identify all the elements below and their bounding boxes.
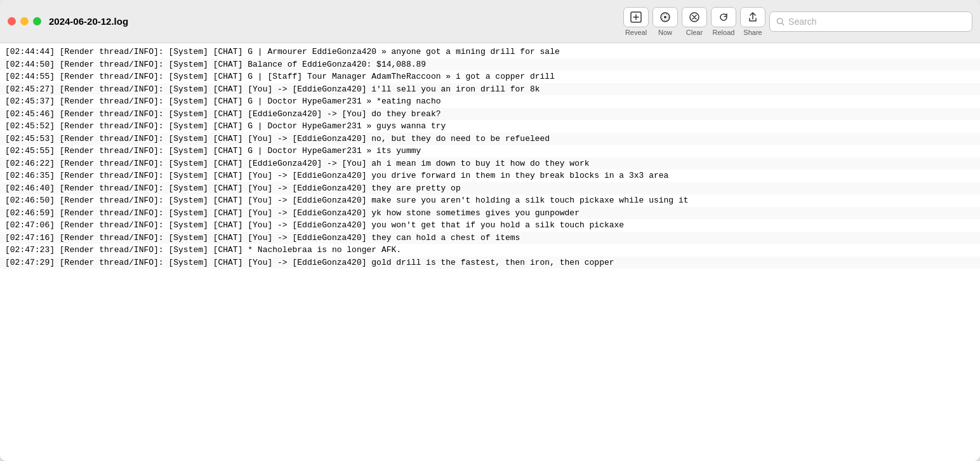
log-line: [02:45:52] [Render thread/INFO]: [System… [0,120,980,133]
share-button[interactable] [740,7,765,27]
minimize-button[interactable] [20,17,29,25]
search-container [769,11,972,32]
log-line: [02:45:53] [Render thread/INFO]: [System… [0,133,980,145]
log-line: [02:44:50] [Render thread/INFO]: [System… [0,58,980,71]
log-content: [02:44:44] [Render thread/INFO]: [System… [0,43,980,461]
clear-label: Clear [686,29,703,36]
svg-point-2 [664,16,666,18]
traffic-lights [8,17,41,25]
log-line: [02:44:55] [Render thread/INFO]: [System… [0,70,980,83]
log-line: [02:45:46] [Render thread/INFO]: [System… [0,108,980,121]
log-line: [02:45:55] [Render thread/INFO]: [System… [0,145,980,157]
share-btn-group: Share [740,7,765,36]
reload-btn-group: Reload [711,7,736,36]
log-line: [02:45:27] [Render thread/INFO]: [System… [0,83,980,96]
reload-button[interactable] [711,7,736,27]
titlebar: 2024-06-20-12.log Reveal [0,0,980,43]
clear-btn-group: Clear [682,7,707,36]
log-line: [02:47:06] [Render thread/INFO]: [System… [0,219,980,232]
log-line: [02:46:22] [Render thread/INFO]: [System… [0,157,980,170]
now-label: Now [658,29,672,36]
search-icon [776,17,785,26]
reveal-button[interactable] [623,7,649,27]
log-line: [02:47:16] [Render thread/INFO]: [System… [0,232,980,244]
close-button[interactable] [8,17,16,25]
now-btn-group: Now [652,7,678,36]
reveal-btn-group: Reveal [623,7,649,36]
log-line: [02:47:29] [Render thread/INFO]: [System… [0,257,980,269]
window-title: 2024-06-20-12.log [49,16,128,27]
reveal-label: Reveal [625,29,647,36]
reload-label: Reload [713,29,735,36]
clear-button[interactable] [682,7,707,27]
search-input[interactable] [788,17,965,27]
now-button[interactable] [652,7,678,27]
toolbar: Reveal Now [623,7,972,36]
log-line: [02:46:35] [Render thread/INFO]: [System… [0,170,980,182]
share-label: Share [743,29,762,36]
log-line: [02:46:59] [Render thread/INFO]: [System… [0,207,980,220]
main-window: 2024-06-20-12.log Reveal [0,0,980,461]
log-line: [02:46:50] [Render thread/INFO]: [System… [0,194,980,207]
log-line: [02:46:40] [Render thread/INFO]: [System… [0,182,980,195]
log-line: [02:44:44] [Render thread/INFO]: [System… [0,46,980,58]
maximize-button[interactable] [33,17,41,25]
log-line: [02:47:23] [Render thread/INFO]: [System… [0,244,980,257]
log-line: [02:45:37] [Render thread/INFO]: [System… [0,95,980,108]
